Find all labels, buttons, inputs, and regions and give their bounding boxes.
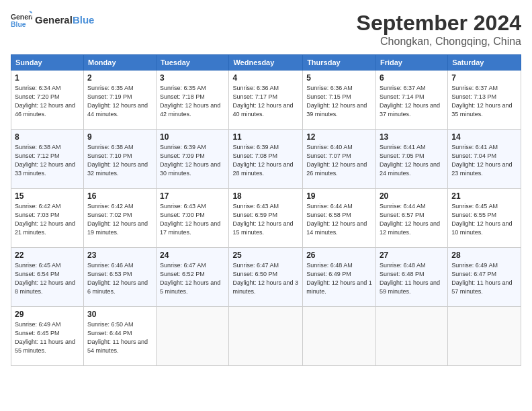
day-info: Sunrise: 6:37 AM Sunset: 7:13 PM Dayligh… — [451, 84, 517, 119]
day-number: 16 — [87, 191, 152, 201]
table-row: 30 Sunrise: 6:50 AM Sunset: 6:44 PM Dayl… — [83, 307, 156, 366]
day-number: 12 — [306, 132, 372, 142]
day-info: Sunrise: 6:43 AM Sunset: 7:00 PM Dayligh… — [160, 202, 225, 237]
table-row: 2 Sunrise: 6:35 AM Sunset: 7:19 PM Dayli… — [83, 71, 156, 130]
calendar-table: Sunday Monday Tuesday Wednesday Thursday… — [11, 54, 521, 366]
day-info: Sunrise: 6:46 AM Sunset: 6:53 PM Dayligh… — [87, 261, 152, 296]
day-info: Sunrise: 6:38 AM Sunset: 7:12 PM Dayligh… — [15, 143, 80, 178]
header-sunday: Sunday — [11, 55, 84, 71]
day-info: Sunrise: 6:36 AM Sunset: 7:15 PM Dayligh… — [306, 84, 372, 119]
table-row: 24 Sunrise: 6:47 AM Sunset: 6:52 PM Dayl… — [157, 248, 229, 307]
day-number: 24 — [160, 250, 225, 260]
day-number: 25 — [232, 250, 299, 260]
table-row: 15 Sunrise: 6:42 AM Sunset: 7:03 PM Dayl… — [11, 189, 84, 248]
table-row: 7 Sunrise: 6:37 AM Sunset: 7:13 PM Dayli… — [448, 71, 521, 130]
day-number: 3 — [160, 73, 225, 83]
day-number: 9 — [87, 132, 152, 142]
month-title: September 2024 — [357, 11, 521, 36]
day-info: Sunrise: 6:41 AM Sunset: 7:05 PM Dayligh… — [380, 143, 444, 178]
day-info: Sunrise: 6:47 AM Sunset: 6:50 PM Dayligh… — [232, 261, 299, 296]
calendar-week-row: 22 Sunrise: 6:45 AM Sunset: 6:54 PM Dayl… — [11, 248, 521, 307]
day-info: Sunrise: 6:49 AM Sunset: 6:45 PM Dayligh… — [15, 320, 80, 355]
table-row: 17 Sunrise: 6:43 AM Sunset: 7:00 PM Dayl… — [157, 189, 229, 248]
day-number: 13 — [380, 132, 444, 142]
table-row: 19 Sunrise: 6:44 AM Sunset: 6:58 PM Dayl… — [303, 189, 376, 248]
calendar-week-row: 29 Sunrise: 6:49 AM Sunset: 6:45 PM Dayl… — [11, 307, 521, 366]
day-number: 14 — [451, 132, 517, 142]
table-row: 5 Sunrise: 6:36 AM Sunset: 7:15 PM Dayli… — [303, 71, 376, 130]
svg-text:Blue: Blue — [11, 21, 26, 28]
table-row — [375, 307, 447, 366]
day-number: 30 — [87, 310, 152, 319]
table-row — [229, 307, 303, 366]
header-monday: Monday — [83, 55, 156, 71]
day-info: Sunrise: 6:40 AM Sunset: 7:07 PM Dayligh… — [306, 143, 372, 178]
table-row: 11 Sunrise: 6:39 AM Sunset: 7:08 PM Dayl… — [229, 130, 303, 189]
table-row: 8 Sunrise: 6:38 AM Sunset: 7:12 PM Dayli… — [11, 130, 84, 189]
table-row: 13 Sunrise: 6:41 AM Sunset: 7:05 PM Dayl… — [375, 130, 447, 189]
day-info: Sunrise: 6:42 AM Sunset: 7:03 PM Dayligh… — [15, 202, 80, 237]
table-row: 6 Sunrise: 6:37 AM Sunset: 7:14 PM Dayli… — [375, 71, 447, 130]
day-number: 21 — [451, 191, 517, 201]
day-info: Sunrise: 6:42 AM Sunset: 7:02 PM Dayligh… — [87, 202, 152, 237]
day-info: Sunrise: 6:35 AM Sunset: 7:18 PM Dayligh… — [160, 84, 225, 119]
day-number: 27 — [380, 250, 444, 260]
calendar-header-row: Sunday Monday Tuesday Wednesday Thursday… — [11, 55, 521, 71]
header-wednesday: Wednesday — [229, 55, 303, 71]
header-saturday: Saturday — [448, 55, 521, 71]
logo-blue: Blue — [73, 14, 95, 26]
header-tuesday: Tuesday — [157, 55, 229, 71]
day-number: 11 — [232, 132, 299, 142]
logo-icon: General Blue — [11, 11, 32, 30]
day-info: Sunrise: 6:47 AM Sunset: 6:52 PM Dayligh… — [160, 261, 225, 296]
day-info: Sunrise: 6:39 AM Sunset: 7:09 PM Dayligh… — [160, 143, 225, 178]
table-row — [448, 307, 521, 366]
header: General Blue GeneralBlue September 2024 … — [11, 11, 521, 48]
day-number: 28 — [451, 250, 517, 260]
day-info: Sunrise: 6:39 AM Sunset: 7:08 PM Dayligh… — [232, 143, 299, 178]
day-info: Sunrise: 6:37 AM Sunset: 7:14 PM Dayligh… — [380, 84, 444, 119]
calendar-week-row: 15 Sunrise: 6:42 AM Sunset: 7:03 PM Dayl… — [11, 189, 521, 248]
day-info: Sunrise: 6:44 AM Sunset: 6:58 PM Dayligh… — [306, 202, 372, 237]
day-info: Sunrise: 6:41 AM Sunset: 7:04 PM Dayligh… — [451, 143, 517, 178]
day-info: Sunrise: 6:38 AM Sunset: 7:10 PM Dayligh… — [87, 143, 152, 178]
day-number: 17 — [160, 191, 225, 201]
header-thursday: Thursday — [303, 55, 376, 71]
day-number: 7 — [451, 73, 517, 83]
day-info: Sunrise: 6:48 AM Sunset: 6:48 PM Dayligh… — [380, 261, 444, 296]
table-row: 16 Sunrise: 6:42 AM Sunset: 7:02 PM Dayl… — [83, 189, 156, 248]
day-number: 4 — [232, 73, 299, 83]
table-row — [303, 307, 376, 366]
page: General Blue GeneralBlue September 2024 … — [0, 0, 532, 411]
table-row: 1 Sunrise: 6:34 AM Sunset: 7:20 PM Dayli… — [11, 71, 84, 130]
table-row: 10 Sunrise: 6:39 AM Sunset: 7:09 PM Dayl… — [157, 130, 229, 189]
day-info: Sunrise: 6:50 AM Sunset: 6:44 PM Dayligh… — [87, 320, 152, 355]
title-block: September 2024 Chongkan, Chongqing, Chin… — [357, 11, 521, 48]
day-number: 10 — [160, 132, 225, 142]
table-row: 12 Sunrise: 6:40 AM Sunset: 7:07 PM Dayl… — [303, 130, 376, 189]
day-info: Sunrise: 6:35 AM Sunset: 7:19 PM Dayligh… — [87, 84, 152, 119]
day-info: Sunrise: 6:49 AM Sunset: 6:47 PM Dayligh… — [451, 261, 517, 296]
day-number: 15 — [15, 191, 80, 201]
day-info: Sunrise: 6:48 AM Sunset: 6:49 PM Dayligh… — [306, 261, 372, 296]
day-number: 2 — [87, 73, 152, 83]
calendar-week-row: 1 Sunrise: 6:34 AM Sunset: 7:20 PM Dayli… — [11, 71, 521, 130]
day-number: 1 — [15, 73, 80, 83]
table-row: 22 Sunrise: 6:45 AM Sunset: 6:54 PM Dayl… — [11, 248, 84, 307]
logo-general: General — [35, 14, 73, 26]
table-row: 28 Sunrise: 6:49 AM Sunset: 6:47 PM Dayl… — [448, 248, 521, 307]
day-number: 26 — [306, 250, 372, 260]
table-row: 23 Sunrise: 6:46 AM Sunset: 6:53 PM Dayl… — [83, 248, 156, 307]
table-row: 14 Sunrise: 6:41 AM Sunset: 7:04 PM Dayl… — [448, 130, 521, 189]
day-number: 6 — [380, 73, 444, 83]
day-info: Sunrise: 6:45 AM Sunset: 6:54 PM Dayligh… — [15, 261, 80, 296]
logo-text: GeneralBlue — [35, 15, 94, 26]
logo: General Blue GeneralBlue — [11, 11, 94, 30]
calendar-week-row: 8 Sunrise: 6:38 AM Sunset: 7:12 PM Dayli… — [11, 130, 521, 189]
table-row: 21 Sunrise: 6:45 AM Sunset: 6:55 PM Dayl… — [448, 189, 521, 248]
day-number: 8 — [15, 132, 80, 142]
day-info: Sunrise: 6:36 AM Sunset: 7:17 PM Dayligh… — [232, 84, 299, 119]
day-number: 22 — [15, 250, 80, 260]
location-title: Chongkan, Chongqing, China — [357, 36, 521, 48]
table-row: 3 Sunrise: 6:35 AM Sunset: 7:18 PM Dayli… — [157, 71, 229, 130]
